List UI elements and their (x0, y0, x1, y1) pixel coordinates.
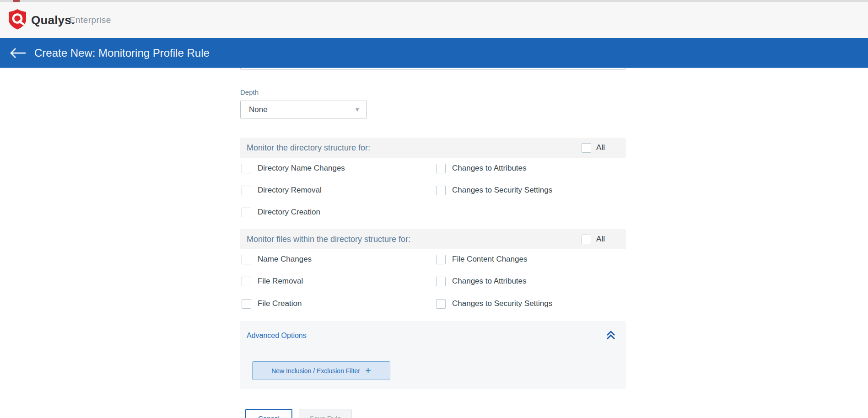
checkbox-label: File Content Changes (452, 255, 527, 264)
checkbox-item: Name Changes (242, 254, 312, 264)
depth-select-value: None (249, 105, 354, 114)
checkbox-label: Directory Name Changes (258, 164, 345, 173)
all-checkbox[interactable] (582, 143, 591, 153)
section-files-title: Monitor files within the directory struc… (240, 235, 582, 244)
checkbox[interactable] (242, 255, 251, 264)
section-directory-header: Monitor the directory structure for: All (240, 138, 626, 158)
chevron-double-up-icon (605, 329, 617, 341)
save-rule-button-label: Save Rule (309, 414, 341, 418)
checkbox[interactable] (436, 164, 446, 173)
checkbox[interactable] (436, 277, 446, 286)
checkbox-item: Changes to Security Settings (436, 185, 552, 195)
save-rule-button[interactable]: Save Rule (299, 409, 352, 418)
checkbox-item: Directory Removal (242, 185, 322, 195)
checkbox-label: Directory Creation (258, 208, 320, 217)
back-arrow-icon (9, 47, 27, 59)
depth-label: Depth (240, 88, 259, 96)
checkbox[interactable] (436, 299, 446, 309)
section-files-all: All (582, 235, 626, 244)
back-button[interactable] (8, 47, 27, 59)
checkbox-item: Directory Creation (242, 207, 320, 217)
checkbox-label: Changes to Attributes (452, 277, 527, 286)
all-checkbox-label: All (596, 235, 605, 244)
checkbox-item: Changes to Attributes (436, 276, 527, 286)
section-directory-all: All (582, 143, 626, 153)
advanced-options-panel: Advanced Options New Inclusion / Exclusi… (240, 321, 626, 389)
checkbox[interactable] (242, 208, 251, 217)
qualys-logo-icon (8, 9, 27, 30)
all-checkbox-label: All (596, 143, 605, 152)
checkbox-item: File Removal (242, 276, 303, 286)
title-bar: Create New: Monitoring Profile Rule (0, 38, 868, 68)
depth-select[interactable]: None ▼ (240, 101, 367, 118)
plus-icon: + (365, 365, 371, 375)
checkbox-item: Changes to Attributes (436, 163, 527, 173)
checkbox[interactable] (242, 299, 251, 309)
checkbox-label: Changes to Security Settings (452, 299, 552, 308)
checkbox-item: Changes to Security Settings (436, 299, 552, 309)
checkbox-label: Name Changes (258, 255, 312, 264)
checkbox-item: Directory Name Changes (242, 163, 345, 173)
brand-name: Qualys. (31, 13, 75, 27)
checkbox-label: File Removal (258, 277, 303, 286)
checkbox-label: File Creation (258, 299, 302, 308)
section-files-header: Monitor files within the directory struc… (240, 229, 626, 249)
checkbox-item: File Creation (242, 299, 302, 309)
checkbox[interactable] (242, 277, 251, 286)
checkbox-label: Directory Removal (258, 186, 322, 195)
app-header: Qualys. Enterprise (0, 2, 868, 38)
new-filter-button-label: New Inclusion / Exclusion Filter (271, 367, 360, 375)
page: Qualys. Enterprise Create New: Monitorin… (0, 0, 868, 418)
chevron-down-icon: ▼ (354, 106, 360, 113)
advanced-options-label: Advanced Options (247, 332, 307, 340)
checkbox-label: Changes to Security Settings (452, 186, 552, 195)
checkbox[interactable] (436, 186, 446, 195)
checkbox[interactable] (242, 164, 251, 173)
checkbox[interactable] (436, 255, 446, 264)
all-checkbox[interactable] (582, 235, 591, 244)
collapse-button[interactable] (605, 329, 617, 341)
brand-edition: Enterprise (70, 15, 111, 25)
new-inclusion-exclusion-filter-button[interactable]: New Inclusion / Exclusion Filter + (252, 361, 390, 380)
checkbox[interactable] (242, 186, 251, 195)
checkbox-item: File Content Changes (436, 254, 527, 264)
cancel-button[interactable]: Cancel (245, 409, 292, 418)
page-title: Create New: Monitoring Profile Rule (34, 38, 210, 68)
section-directory-title: Monitor the directory structure for: (240, 143, 582, 153)
cancel-button-label: Cancel (258, 414, 280, 418)
checkbox-label: Changes to Attributes (452, 164, 527, 173)
